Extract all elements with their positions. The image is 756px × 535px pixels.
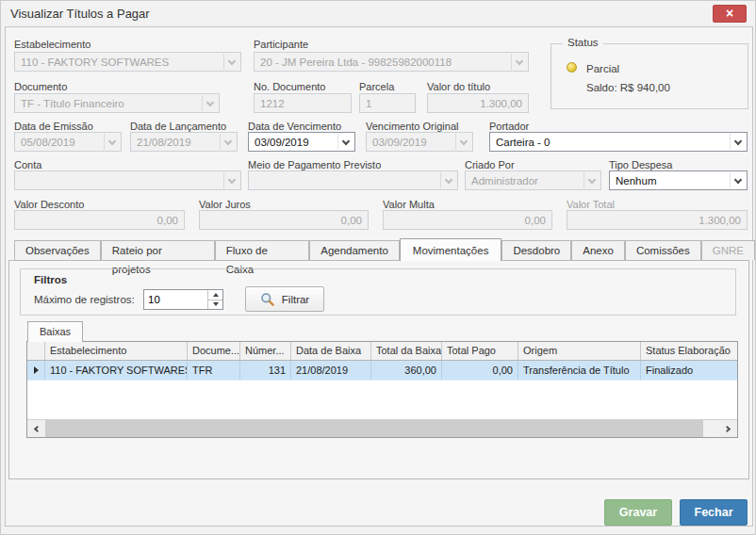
data-vencimento-picker[interactable]: 03/09/2019 xyxy=(248,132,355,152)
grid-header-row: Estabelecimento Docume... Númer... Data … xyxy=(27,342,737,361)
vencimento-original-value: 03/09/2019 xyxy=(372,137,427,148)
tab-gnre: GNRE xyxy=(701,240,755,260)
chevron-down-icon xyxy=(220,134,236,150)
search-icon xyxy=(260,292,275,307)
conta-label: Conta xyxy=(14,159,41,170)
vencimento-original-picker: 03/09/2019 xyxy=(366,132,473,152)
grid-selector-header xyxy=(27,342,45,360)
filtrar-button[interactable]: Filtrar xyxy=(245,286,324,312)
chevron-down-icon xyxy=(455,134,471,150)
scrollbar-track[interactable] xyxy=(703,420,719,437)
gravar-button[interactable]: Gravar xyxy=(604,499,672,526)
estabelecimento-label: Estabelecimento xyxy=(14,39,90,50)
valor-multa-value: 0,00 xyxy=(525,215,546,226)
chevron-down-icon xyxy=(223,172,239,188)
cell-total-da-baixa: 360,00 xyxy=(371,361,442,380)
tab-anexo[interactable]: Anexo xyxy=(571,240,625,260)
chevron-down-icon xyxy=(440,172,456,188)
column-header-total-pago[interactable]: Total Pago xyxy=(442,342,518,360)
column-header-status-elaboracao[interactable]: Status Elaboração xyxy=(641,342,737,360)
chevron-down-icon xyxy=(583,172,600,188)
scroll-right-button[interactable] xyxy=(719,420,737,437)
portador-label: Portador xyxy=(489,121,529,132)
tab-agendamento[interactable]: Agendamento xyxy=(309,240,400,260)
maximo-registros-input[interactable] xyxy=(144,290,207,309)
valor-desconto-value: 0,00 xyxy=(157,215,178,226)
tab-comissoes[interactable]: Comissões xyxy=(625,240,701,260)
valor-total-label: Valor Total xyxy=(567,199,615,210)
tab-baixas[interactable]: Baixas xyxy=(27,321,83,342)
chevron-down-icon xyxy=(223,54,239,70)
parcela-value: 1 xyxy=(366,98,371,109)
portador-value: Carteira - 0 xyxy=(496,137,551,148)
column-header-documento[interactable]: Docume... xyxy=(188,342,240,360)
column-header-estabelecimento[interactable]: Estabelecimento xyxy=(45,342,188,360)
tab-observacoes[interactable]: Observações xyxy=(14,240,101,260)
fechar-button[interactable]: Fechar xyxy=(680,499,748,526)
scroll-left-button[interactable] xyxy=(27,420,45,437)
status-value: Parcial xyxy=(586,63,619,74)
data-lancamento-picker: 21/08/2019 xyxy=(130,132,238,152)
tab-fluxo-de-caixa[interactable]: Fluxo de Caixa xyxy=(215,240,310,260)
parcela-field: 1 xyxy=(359,93,416,113)
data-emissao-value: 05/08/2019 xyxy=(21,137,75,148)
data-vencimento-label: Data de Vencimento xyxy=(248,121,341,132)
stepper-down-button[interactable] xyxy=(208,300,222,310)
tipo-despesa-value: Nenhum xyxy=(616,175,656,186)
participante-label: Participante xyxy=(254,39,308,50)
close-icon: × xyxy=(726,6,733,21)
valor-multa-label: Valor Multa xyxy=(383,199,435,210)
column-header-data-de-baixa[interactable]: Data de Baixa xyxy=(291,342,371,360)
valor-juros-value: 0,00 xyxy=(341,215,362,226)
grid-horizontal-scrollbar xyxy=(27,419,737,437)
valor-desconto-field: 0,00 xyxy=(14,210,185,230)
status-legend: Status xyxy=(563,37,603,48)
grid-empty-area xyxy=(27,381,737,419)
tab-rateio-por-projetos[interactable]: Rateio por projetos xyxy=(101,240,215,260)
table-row[interactable]: 110 - FAKTORY SOFTWARES TFR 131 21/08/20… xyxy=(27,361,737,381)
chevron-down-icon xyxy=(337,134,353,150)
filtros-groupbox: Filtros Máximo de registros: Filtrar xyxy=(20,268,736,316)
tipo-despesa-combobox[interactable]: Nenhum xyxy=(609,170,748,190)
cell-documento: TFR xyxy=(188,361,240,380)
triangle-down-icon xyxy=(213,302,219,306)
portador-combobox[interactable]: Carteira - 0 xyxy=(489,132,748,152)
column-header-origem[interactable]: Origem xyxy=(518,342,641,360)
chevron-down-icon xyxy=(511,54,527,70)
stepper-up-button[interactable] xyxy=(208,290,222,300)
estabelecimento-value: 110 - FAKTORY SOFTWARES xyxy=(21,57,169,68)
column-header-total-da-baixa[interactable]: Total da Baixa xyxy=(371,342,442,360)
data-emissao-label: Data de Emissão xyxy=(14,121,93,132)
chevron-down-icon xyxy=(202,95,218,111)
documento-value: TF - Título Financeiro xyxy=(21,98,124,109)
chevron-right-icon xyxy=(724,425,731,431)
tab-desdobro[interactable]: Desdobro xyxy=(501,240,571,260)
filtrar-button-label: Filtrar xyxy=(282,294,309,305)
cell-estabelecimento: 110 - FAKTORY SOFTWARES xyxy=(45,361,188,380)
column-header-numero[interactable]: Númer... xyxy=(240,342,291,360)
chevron-down-icon xyxy=(104,134,120,150)
data-emissao-picker: 05/08/2019 xyxy=(14,132,122,152)
cell-numero: 131 xyxy=(240,361,291,380)
conta-combobox xyxy=(14,170,241,190)
valor-titulo-label: Valor do título xyxy=(427,81,490,92)
chevron-left-icon xyxy=(34,425,41,431)
cell-total-pago: 0,00 xyxy=(442,361,518,380)
no-documento-label: No. Documento xyxy=(254,81,325,92)
participante-value: 20 - JM Pereira Ltda - 99825982000118 xyxy=(260,57,452,68)
valor-juros-label: Valor Juros xyxy=(199,199,251,210)
no-documento-value: 1212 xyxy=(260,98,285,109)
vencimento-original-label: Vencimento Original xyxy=(366,121,458,132)
no-documento-field: 1212 xyxy=(254,93,352,113)
row-indicator-icon xyxy=(34,366,39,374)
baixas-grid: Estabelecimento Docume... Númer... Data … xyxy=(26,341,738,438)
valor-multa-field: 0,00 xyxy=(383,210,552,230)
tab-movimentacoes[interactable]: Movimentações xyxy=(400,238,502,261)
close-button[interactable]: × xyxy=(713,5,747,23)
maximo-registros-label: Máximo de registros: xyxy=(34,294,135,305)
triangle-up-icon xyxy=(213,293,219,297)
scrollbar-thumb[interactable] xyxy=(45,420,703,437)
criado-por-label: Criado Por xyxy=(465,159,515,170)
chevron-down-icon xyxy=(730,172,746,188)
status-partial-icon xyxy=(567,62,577,73)
